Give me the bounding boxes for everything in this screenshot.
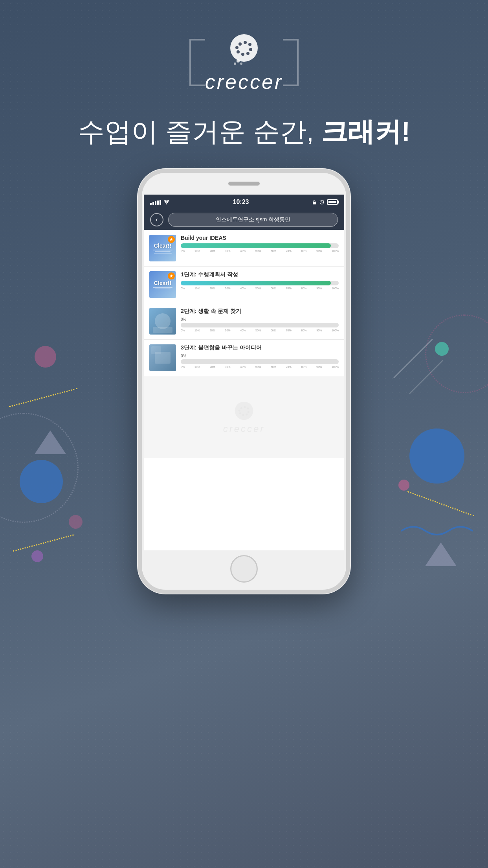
course-title-4: 3단계: 불편함을 바꾸는 아이디어 xyxy=(181,344,339,351)
course-thumb-3 xyxy=(149,308,176,335)
svg-point-4 xyxy=(249,48,252,51)
logo-text: creccer xyxy=(205,70,283,94)
svg-point-12 xyxy=(166,203,167,204)
wifi-icon xyxy=(163,199,170,205)
course-thumb-2: Clear!! xyxy=(149,271,176,298)
course-info-3: 2단계: 생활 속 문제 찾기 0% 0%10%20%30%40%50%60%7… xyxy=(181,308,339,332)
creccer-logo-icon xyxy=(226,31,262,67)
svg-point-0 xyxy=(230,34,258,62)
svg-point-3 xyxy=(248,43,251,46)
phone-speaker xyxy=(228,182,260,186)
svg-point-15 xyxy=(235,402,253,420)
phone-mockup: 10:23 xyxy=(138,169,350,594)
tagline: 수업이 즐거운 순간, 크래커! xyxy=(48,114,440,150)
progress-bar-4 xyxy=(181,359,339,364)
svg-point-5 xyxy=(246,52,250,55)
progress-scale-2: 0%10%20%30%40%50%60%70%80%90%100% xyxy=(181,287,339,290)
nav-title: 인스에듀연구소 sjsm 학생동민 xyxy=(168,213,338,227)
signal-bars xyxy=(150,200,161,205)
back-button[interactable]: ‹ xyxy=(150,213,163,226)
phone-home-button[interactable] xyxy=(230,555,258,583)
svg-point-16 xyxy=(240,407,242,409)
status-right xyxy=(312,199,338,205)
svg-point-11 xyxy=(240,63,242,65)
bracket-left xyxy=(189,39,205,86)
course-info-2: 1단계: 수행계획서 작성 0%10%20%30%40%50%60%70%80%… xyxy=(181,271,339,290)
svg-rect-13 xyxy=(313,202,316,204)
logo-area: creccer xyxy=(146,24,342,101)
screen-watermark: creccer xyxy=(144,376,344,458)
phone-screen: 10:23 xyxy=(144,195,344,550)
progress-bar-2 xyxy=(181,281,339,285)
course-thumb-4 xyxy=(149,344,176,371)
course-title-2: 1단계: 수행계획서 작성 xyxy=(181,271,339,278)
status-bar: 10:23 xyxy=(144,195,344,210)
progress-fill-1 xyxy=(181,243,331,248)
svg-point-23 xyxy=(238,410,240,412)
svg-point-20 xyxy=(246,414,248,416)
battery-indicator xyxy=(327,199,338,205)
svg-point-19 xyxy=(248,411,250,413)
lock-icon xyxy=(312,199,317,205)
svg-point-10 xyxy=(234,63,236,65)
progress-bar-1 xyxy=(181,243,339,248)
course-info-1: Build your IDEAS 0%10%20%30%40%50%60%70%… xyxy=(181,235,339,252)
nav-bar: ‹ 인스에듀연구소 sjsm 학생동민 xyxy=(144,210,344,230)
course-list: Clear!! Build your IDEAS xyxy=(144,230,344,458)
course-item-4[interactable]: 3단계: 불편함을 바꾸는 아이디어 0% 0%10%20%30%40%50%6… xyxy=(144,340,344,376)
svg-point-8 xyxy=(235,46,238,49)
course-info-4: 3단계: 불편함을 바꾸는 아이디어 0% 0%10%20%30%40%50%6… xyxy=(181,344,339,368)
course-item-2[interactable]: Clear!! 1단계: 수행계획서 작성 xyxy=(144,267,344,303)
svg-point-18 xyxy=(247,407,249,409)
progress-scale-1: 0%10%20%30%40%50%60%70%80%90%100% xyxy=(181,250,339,252)
svg-point-6 xyxy=(241,53,244,56)
course-item-3[interactable]: 2단계: 생활 속 문제 찾기 0% 0%10%20%30%40%50%60%7… xyxy=(144,303,344,340)
progress-scale-3: 0%10%20%30%40%50%60%70%80%90%100% xyxy=(181,329,339,332)
svg-point-9 xyxy=(237,59,240,63)
tagline-bold: 크래커! xyxy=(321,116,410,146)
course-title-1: Build your IDEAS xyxy=(181,235,339,241)
progress-bar-3 xyxy=(181,323,339,327)
progress-scale-4: 0%10%20%30%40%50%60%70%80%90%100% xyxy=(181,366,339,368)
svg-point-17 xyxy=(244,406,246,408)
svg-point-22 xyxy=(239,412,241,414)
phone-body: 10:23 xyxy=(138,169,350,594)
watermark-text: creccer xyxy=(223,423,265,434)
course-thumb-1: Clear!! xyxy=(149,235,176,261)
progress-label-3: 0% xyxy=(181,317,339,322)
alarm-icon xyxy=(319,199,325,205)
course-item-1[interactable]: Clear!! Build your IDEAS xyxy=(144,230,344,267)
progress-label-4: 0% xyxy=(181,354,339,358)
svg-point-2 xyxy=(244,41,247,44)
course-title-3: 2단계: 생활 속 문제 찾기 xyxy=(181,308,339,315)
bracket-right xyxy=(283,39,299,86)
svg-point-7 xyxy=(237,50,240,53)
progress-fill-2 xyxy=(181,281,331,285)
status-time: 10:23 xyxy=(233,199,249,206)
svg-point-21 xyxy=(242,414,244,416)
svg-point-1 xyxy=(238,42,242,46)
status-left xyxy=(150,199,170,205)
